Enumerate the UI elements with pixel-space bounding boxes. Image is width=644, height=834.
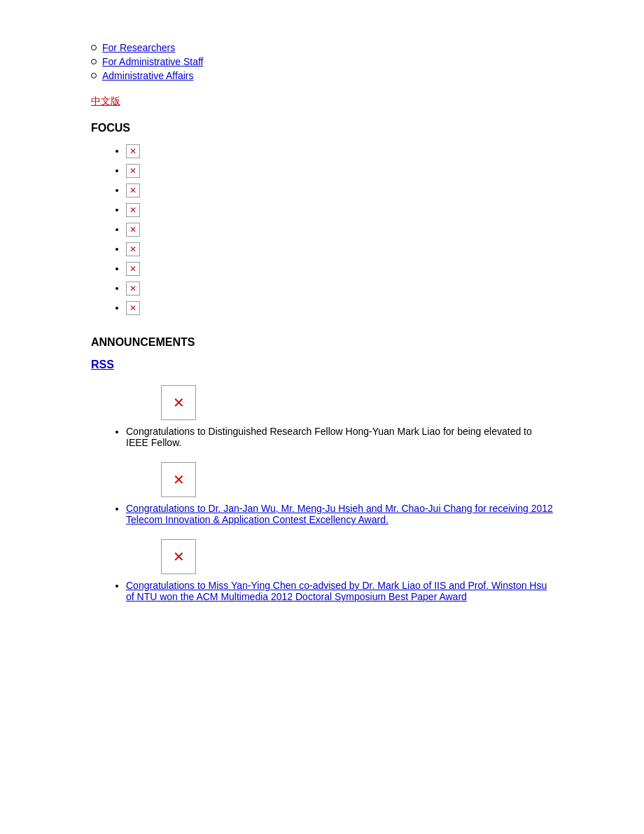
announcement-item-2: Congratulations to Dr. Jan-Jan Wu, Mr. M… bbox=[126, 462, 553, 525]
announcements-section: ANNOUNCEMENTS RSS Congratulations to Dis… bbox=[91, 336, 553, 602]
nav-list: For Researchers For Administrative Staff… bbox=[91, 42, 553, 81]
announcement-image-3 bbox=[161, 539, 196, 574]
focus-image-1 bbox=[126, 144, 140, 158]
focus-item-5 bbox=[126, 223, 553, 237]
focus-item-2 bbox=[126, 164, 553, 178]
nav-link-admin-staff[interactable]: For Administrative Staff bbox=[102, 56, 203, 67]
focus-item-8 bbox=[126, 282, 553, 296]
focus-item-7 bbox=[126, 262, 553, 276]
nav-bullet bbox=[91, 59, 97, 64]
focus-item-9 bbox=[126, 301, 553, 315]
focus-image-8 bbox=[126, 282, 140, 296]
focus-item-3 bbox=[126, 183, 553, 197]
nav-item-admin-staff[interactable]: For Administrative Staff bbox=[91, 56, 553, 67]
announcements-title: ANNOUNCEMENTS bbox=[91, 336, 553, 349]
focus-image-5 bbox=[126, 223, 140, 237]
nav-item-admin-affairs[interactable]: Administrative Affairs bbox=[91, 70, 553, 81]
focus-section: FOCUS bbox=[91, 122, 553, 315]
announcement-image-1 bbox=[161, 385, 196, 420]
focus-image-4 bbox=[126, 203, 140, 217]
announcement-item-1: Congratulations to Distinguished Researc… bbox=[126, 385, 553, 448]
focus-image-3 bbox=[126, 183, 140, 197]
nav-link-admin-affairs[interactable]: Administrative Affairs bbox=[102, 70, 193, 81]
focus-image-6 bbox=[126, 242, 140, 256]
announcement-item-3: Congratulations to Miss Yan-Ying Chen co… bbox=[126, 539, 553, 602]
focus-item-6 bbox=[126, 242, 553, 256]
focus-list bbox=[126, 144, 553, 315]
nav-item-researchers[interactable]: For Researchers bbox=[91, 42, 553, 53]
chinese-link[interactable]: 中文版 bbox=[91, 95, 553, 108]
announcement-list: Congratulations to Distinguished Researc… bbox=[126, 385, 553, 602]
announcement-link-2[interactable]: Congratulations to Dr. Jan-Jan Wu, Mr. M… bbox=[126, 503, 553, 525]
nav-bullet bbox=[91, 73, 97, 78]
announcement-image-2 bbox=[161, 462, 196, 497]
announcement-text-1: Congratulations to Distinguished Researc… bbox=[126, 426, 532, 448]
focus-title: FOCUS bbox=[91, 122, 553, 134]
focus-item-4 bbox=[126, 203, 553, 217]
focus-image-7 bbox=[126, 262, 140, 276]
announcement-link-3[interactable]: Congratulations to Miss Yan-Ying Chen co… bbox=[126, 580, 547, 602]
focus-image-2 bbox=[126, 164, 140, 178]
nav-bullet bbox=[91, 45, 97, 50]
focus-item-1 bbox=[126, 144, 553, 158]
focus-image-9 bbox=[126, 301, 140, 315]
rss-link[interactable]: RSS bbox=[91, 359, 553, 371]
nav-link-researchers[interactable]: For Researchers bbox=[102, 42, 175, 53]
